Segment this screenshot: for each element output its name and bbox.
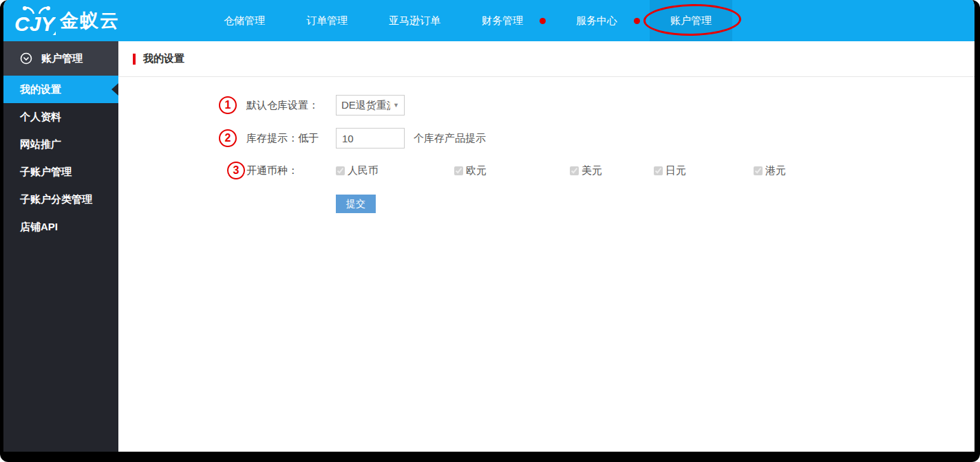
nav-item-finance[interactable]: 财务管理: [461, 0, 544, 41]
step-2-annotation: 2: [219, 129, 237, 147]
nav-item-account-label: 账户管理: [670, 14, 712, 26]
currencies-label: 开通币种：: [246, 164, 336, 177]
hkd-label: 港元: [765, 164, 786, 177]
main-content: 我的设置 1 默认仓库设置： DE退货重派 ▼ 2 库存提示：低于 个库存产品提…: [118, 41, 974, 452]
brand-logo[interactable]: CJY) 金蚁云: [3, 6, 162, 36]
currency-option-jpy[interactable]: 日元: [654, 164, 754, 177]
brand-name: 金蚁云: [60, 8, 120, 33]
sidebar-item-subaccount[interactable]: 子账户管理: [3, 158, 118, 186]
currency-option-cny[interactable]: 人民币: [336, 164, 454, 177]
sidebar-item-shop-api[interactable]: 店铺API: [3, 213, 118, 241]
currency-option-eur[interactable]: 欧元: [454, 164, 570, 177]
default-warehouse-row: 1 默认仓库设置： DE退货重派 ▼: [118, 95, 974, 116]
cny-checkbox[interactable]: [336, 166, 345, 175]
settings-form: 1 默认仓库设置： DE退货重派 ▼ 2 库存提示：低于 个库存产品提示 3 开…: [118, 77, 974, 213]
currencies-row: 3 开通币种： 人民币 欧元 美元: [118, 162, 974, 179]
eur-label: 欧元: [466, 164, 487, 177]
chevron-down-icon: ▼: [393, 102, 399, 109]
sidebar-header-account[interactable]: 账户管理: [3, 41, 118, 76]
page-title: 我的设置: [143, 52, 184, 65]
app-window: CJY) 金蚁云 仓储管理 订单管理 亚马逊订单 财务管理 服务中心 账户管理: [0, 0, 980, 462]
main-nav: 仓储管理 订单管理 亚马逊订单 财务管理 服务中心 账户管理: [203, 0, 732, 41]
nav-item-warehouse[interactable]: 仓储管理: [203, 0, 286, 41]
jpy-label: 日元: [665, 164, 686, 177]
currency-option-usd[interactable]: 美元: [570, 164, 654, 177]
submit-button[interactable]: 提交: [336, 195, 376, 213]
currency-checkbox-group: 人民币 欧元 美元 日元: [336, 164, 786, 177]
sidebar: 账户管理 我的设置 个人资料 网站推广 子账户管理 子账户分类管理 店铺API: [3, 41, 118, 452]
sidebar-item-site-promotion[interactable]: 网站推广: [3, 131, 118, 158]
chevron-circle-icon: [20, 52, 32, 65]
usd-label: 美元: [582, 164, 602, 177]
default-warehouse-select[interactable]: DE退货重派 ▼: [336, 95, 405, 116]
currency-option-hkd[interactable]: 港元: [754, 164, 786, 177]
step-1-annotation: 1: [219, 96, 237, 114]
usd-checkbox[interactable]: [570, 166, 579, 175]
stock-alert-suffix: 个库存产品提示: [414, 132, 486, 145]
default-warehouse-selected-value: DE退货重派: [341, 99, 390, 112]
title-accent-bar: [133, 54, 136, 65]
sidebar-item-profile[interactable]: 个人资料: [3, 103, 118, 131]
nav-item-orders[interactable]: 订单管理: [286, 0, 368, 41]
eur-checkbox[interactable]: [454, 166, 463, 175]
sidebar-item-subaccount-category[interactable]: 子账户分类管理: [3, 186, 118, 213]
nav-item-account[interactable]: 账户管理: [650, 0, 732, 41]
stock-alert-row: 2 库存提示：低于 个库存产品提示: [118, 128, 974, 148]
stock-alert-threshold-input[interactable]: [336, 128, 405, 148]
nav-item-service-center[interactable]: 服务中心: [555, 0, 638, 41]
top-navbar: CJY) 金蚁云 仓储管理 订单管理 亚马逊订单 财务管理 服务中心 账户管理: [3, 0, 974, 41]
hkd-checkbox[interactable]: [754, 166, 763, 175]
submit-row: 提交: [118, 195, 974, 213]
svg-text:CJY): CJY): [14, 12, 56, 35]
sidebar-item-my-settings[interactable]: 我的设置: [3, 76, 118, 103]
sidebar-header-label: 账户管理: [41, 52, 83, 65]
default-warehouse-label: 默认仓库设置：: [246, 99, 336, 112]
step-3-annotation: 3: [227, 162, 245, 179]
nav-item-amazon-orders[interactable]: 亚马逊订单: [368, 0, 461, 41]
cny-label: 人民币: [348, 164, 379, 177]
page-header: 我的设置: [118, 41, 974, 77]
jpy-checkbox[interactable]: [654, 166, 663, 175]
stock-alert-label: 库存提示：低于: [246, 132, 336, 145]
ant-logo-icon: CJY): [13, 6, 56, 36]
